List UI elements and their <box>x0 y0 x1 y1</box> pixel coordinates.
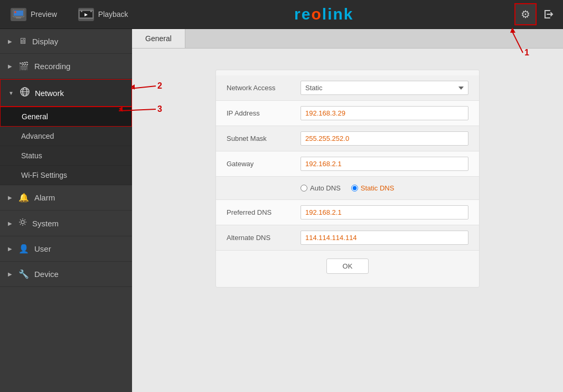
sub-label: Status <box>21 151 42 160</box>
arrow-icon: ▶ <box>8 195 12 200</box>
ip-address-row: IP Address <box>216 101 479 126</box>
user-icon: 👤 <box>18 244 29 254</box>
ok-button[interactable]: OK <box>326 259 369 274</box>
preferred-dns-row: Preferred DNS <box>216 200 479 225</box>
playback-label: Playback <box>98 10 128 18</box>
sidebar-item-label: Recording <box>34 62 70 71</box>
ip-address-input[interactable] <box>301 106 468 120</box>
subnet-mask-label: Subnet Mask <box>227 135 301 142</box>
network-access-label: Network Access <box>227 84 301 92</box>
gateway-input[interactable] <box>301 157 468 171</box>
sidebar-item-device[interactable]: ▶ 🔧 Device <box>0 262 132 287</box>
arrow-icon: ▼ <box>8 90 14 96</box>
subnet-mask-input[interactable] <box>301 131 468 146</box>
sidebar-item-label: User <box>34 244 51 253</box>
exit-button[interactable] <box>539 3 558 25</box>
playback-nav[interactable]: Playback <box>73 5 134 24</box>
sidebar-item-label: Alarm <box>34 193 55 202</box>
sidebar-item-label: System <box>32 219 59 228</box>
svg-rect-9 <box>90 11 92 12</box>
settings-button[interactable]: ⚙ <box>514 3 537 25</box>
network-icon <box>20 87 30 99</box>
sidebar-item-label: Display <box>32 37 58 46</box>
sidebar-sub-status[interactable]: Status <box>0 146 132 166</box>
ip-address-label: IP Address <box>227 109 301 117</box>
preview-icon <box>11 8 26 21</box>
arrow-icon: ▶ <box>8 39 12 44</box>
sidebar-item-user[interactable]: ▶ 👤 User <box>0 236 132 262</box>
static-dns-radio[interactable] <box>351 185 358 192</box>
sub-label: Advanced <box>21 132 54 140</box>
auto-dns-label[interactable]: Auto DNS <box>301 184 341 192</box>
svg-rect-3 <box>16 17 21 18</box>
sidebar-sub-advanced[interactable]: Advanced <box>0 127 132 146</box>
arrow-icon: ▶ <box>8 246 12 252</box>
header-right: ⚙ <box>514 3 558 25</box>
network-access-select[interactable]: DHCP Static PPPoE <box>301 81 468 95</box>
subnet-mask-row: Subnet Mask <box>216 126 479 151</box>
display-icon: 🖥 <box>18 36 27 46</box>
content-body: Network Access DHCP Static PPPoE IP Addr… <box>132 49 563 392</box>
network-submenu: General Advanced Status Wi-Fi Settings <box>0 107 132 185</box>
arrow-icon: ▶ <box>8 271 12 277</box>
dns-row: Auto DNS Static DNS <box>301 184 394 192</box>
sidebar-item-recording[interactable]: ▶ 🎬 Recording <box>0 54 132 79</box>
device-icon: 🔧 <box>18 269 29 279</box>
sidebar: ▶ 🖥 Display ▶ 🎬 Recording ▼ <box>0 29 132 392</box>
auto-dns-text: Auto DNS <box>310 184 341 192</box>
gateway-label: Gateway <box>227 160 301 168</box>
btn-row: OK <box>216 251 479 282</box>
preview-nav[interactable]: Preview <box>5 5 62 24</box>
sidebar-sub-wifi[interactable]: Wi-Fi Settings <box>0 166 132 185</box>
arrow-icon: ▶ <box>8 63 12 69</box>
static-dns-label[interactable]: Static DNS <box>351 184 395 192</box>
arrow-icon: ▶ <box>8 221 12 226</box>
sidebar-item-label: Network <box>35 89 64 98</box>
system-icon <box>18 218 27 228</box>
alternate-dns-row: Alternate DNS <box>216 225 479 251</box>
exit-icon <box>543 8 555 20</box>
gateway-row: Gateway <box>216 151 479 177</box>
form-card: Network Access DHCP Static PPPoE IP Addr… <box>215 70 480 288</box>
preview-label: Preview <box>31 10 57 18</box>
static-dns-text: Static DNS <box>361 184 395 192</box>
sidebar-sub-general[interactable]: General <box>0 107 132 127</box>
tab-general[interactable]: General <box>132 29 185 48</box>
playback-icon <box>78 8 94 21</box>
header: Preview Playback reolink ⚙ <box>0 0 563 29</box>
main-layout: ▶ 🖥 Display ▶ 🎬 Recording ▼ <box>0 29 563 392</box>
sidebar-item-network[interactable]: ▼ Network <box>0 79 132 107</box>
sidebar-item-system[interactable]: ▶ System <box>0 211 132 236</box>
alternate-dns-label: Alternate DNS <box>227 234 301 242</box>
header-left: Preview Playback <box>5 5 134 24</box>
preferred-dns-label: Preferred DNS <box>227 208 301 216</box>
network-access-row: Network Access DHCP Static PPPoE <box>216 75 479 101</box>
sub-label: General <box>22 112 48 121</box>
sidebar-item-alarm[interactable]: ▶ 🔔 Alarm <box>0 185 132 211</box>
content-area: General Network Access DHCP Static PPPoE <box>132 29 563 392</box>
recording-icon: 🎬 <box>18 61 29 71</box>
svg-rect-2 <box>15 16 22 17</box>
dns-toggle-row: Auto DNS Static DNS <box>216 177 479 200</box>
tab-bar: General <box>132 29 563 49</box>
logo-text: reolink <box>294 5 353 23</box>
tab-label: General <box>145 34 172 43</box>
preferred-dns-input[interactable] <box>301 205 468 219</box>
alternate-dns-input[interactable] <box>301 231 468 245</box>
svg-rect-8 <box>81 11 82 12</box>
alarm-icon: 🔔 <box>18 193 29 203</box>
sidebar-item-label: Device <box>34 270 59 279</box>
sidebar-item-display[interactable]: ▶ 🖥 Display <box>0 29 132 54</box>
svg-point-15 <box>21 221 24 224</box>
sub-label: Wi-Fi Settings <box>21 171 67 179</box>
auto-dns-radio[interactable] <box>301 185 307 192</box>
svg-point-4 <box>14 11 16 13</box>
logo: reolink <box>134 5 514 23</box>
